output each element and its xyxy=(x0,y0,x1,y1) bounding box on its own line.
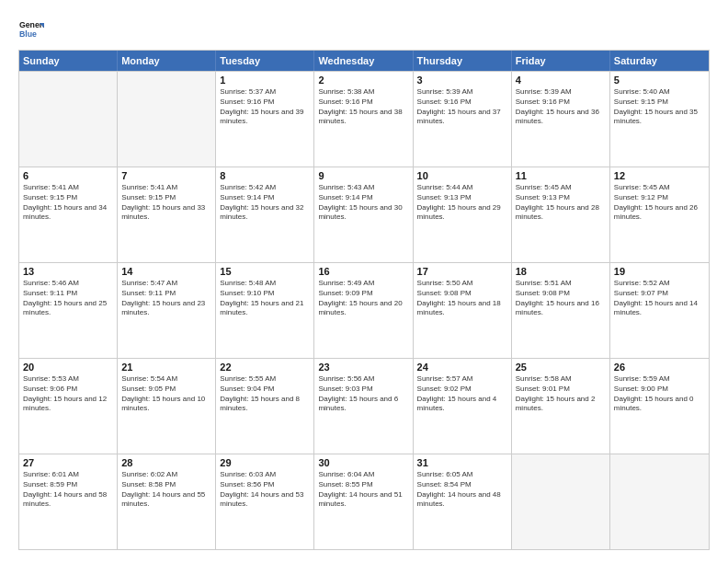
calendar-row-4: 20Sunrise: 5:53 AM Sunset: 9:06 PM Dayli… xyxy=(19,358,709,454)
day-cell-1: 1Sunrise: 5:37 AM Sunset: 9:16 PM Daylig… xyxy=(216,72,314,167)
day-number: 16 xyxy=(318,266,408,277)
day-info: Sunrise: 5:52 AM Sunset: 9:07 PM Dayligh… xyxy=(614,279,705,318)
day-info: Sunrise: 5:44 AM Sunset: 9:13 PM Dayligh… xyxy=(417,183,507,223)
day-info: Sunrise: 5:58 AM Sunset: 9:01 PM Dayligh… xyxy=(516,374,606,414)
day-number: 22 xyxy=(220,362,310,373)
day-cell-30: 30Sunrise: 6:04 AM Sunset: 8:55 PM Dayli… xyxy=(314,454,413,549)
day-number: 18 xyxy=(516,266,606,277)
day-number: 8 xyxy=(220,170,310,181)
day-cell-31: 31Sunrise: 6:05 AM Sunset: 8:54 PM Dayli… xyxy=(414,454,512,549)
day-info: Sunrise: 6:04 AM Sunset: 8:55 PM Dayligh… xyxy=(318,470,408,510)
day-cell-21: 21Sunrise: 5:54 AM Sunset: 9:05 PM Dayli… xyxy=(118,359,216,454)
day-header-sunday: Sunday xyxy=(19,51,118,71)
day-header-saturday: Saturday xyxy=(610,51,709,71)
calendar-body: 1Sunrise: 5:37 AM Sunset: 9:16 PM Daylig… xyxy=(19,71,709,549)
day-header-friday: Friday xyxy=(512,51,610,71)
day-cell-11: 11Sunrise: 5:45 AM Sunset: 9:13 PM Dayli… xyxy=(512,167,610,262)
day-cell-26: 26Sunrise: 5:59 AM Sunset: 9:00 PM Dayli… xyxy=(610,359,709,454)
day-cell-24: 24Sunrise: 5:57 AM Sunset: 9:02 PM Dayli… xyxy=(414,359,512,454)
day-info: Sunrise: 6:02 AM Sunset: 8:58 PM Dayligh… xyxy=(121,470,211,510)
day-cell-6: 6Sunrise: 5:41 AM Sunset: 9:15 PM Daylig… xyxy=(19,167,118,262)
day-number: 14 xyxy=(121,266,211,277)
day-header-wednesday: Wednesday xyxy=(314,51,413,71)
day-info: Sunrise: 5:55 AM Sunset: 9:04 PM Dayligh… xyxy=(220,374,310,414)
day-info: Sunrise: 5:46 AM Sunset: 9:11 PM Dayligh… xyxy=(23,279,113,318)
day-number: 12 xyxy=(614,170,705,181)
day-number: 17 xyxy=(417,266,507,277)
day-cell-29: 29Sunrise: 6:03 AM Sunset: 8:56 PM Dayli… xyxy=(216,454,314,549)
day-cell-2: 2Sunrise: 5:38 AM Sunset: 9:16 PM Daylig… xyxy=(314,72,413,167)
calendar-row-2: 6Sunrise: 5:41 AM Sunset: 9:15 PM Daylig… xyxy=(19,167,709,262)
day-number: 1 xyxy=(220,75,310,86)
day-number: 6 xyxy=(23,170,113,181)
day-cell-10: 10Sunrise: 5:44 AM Sunset: 9:13 PM Dayli… xyxy=(414,167,512,262)
day-info: Sunrise: 5:56 AM Sunset: 9:03 PM Dayligh… xyxy=(318,374,408,414)
day-number: 5 xyxy=(614,75,705,86)
day-number: 24 xyxy=(417,362,507,373)
day-number: 25 xyxy=(516,362,606,373)
day-info: Sunrise: 5:39 AM Sunset: 9:16 PM Dayligh… xyxy=(516,87,606,127)
day-info: Sunrise: 6:05 AM Sunset: 8:54 PM Dayligh… xyxy=(417,470,507,510)
day-cell-7: 7Sunrise: 5:41 AM Sunset: 9:15 PM Daylig… xyxy=(118,167,216,262)
page-header: General Blue xyxy=(18,17,710,42)
day-number: 31 xyxy=(417,457,507,468)
day-info: Sunrise: 5:59 AM Sunset: 9:00 PM Dayligh… xyxy=(614,374,705,414)
day-info: Sunrise: 6:03 AM Sunset: 8:56 PM Dayligh… xyxy=(220,470,310,510)
calendar-row-3: 13Sunrise: 5:46 AM Sunset: 9:11 PM Dayli… xyxy=(19,262,709,358)
day-cell-27: 27Sunrise: 6:01 AM Sunset: 8:59 PM Dayli… xyxy=(19,454,118,549)
day-number: 13 xyxy=(23,266,113,277)
day-info: Sunrise: 5:38 AM Sunset: 9:16 PM Dayligh… xyxy=(318,87,408,127)
empty-cell xyxy=(19,72,118,167)
day-cell-19: 19Sunrise: 5:52 AM Sunset: 9:07 PM Dayli… xyxy=(610,263,709,358)
day-number: 28 xyxy=(121,457,211,468)
day-number: 7 xyxy=(121,170,211,181)
day-number: 29 xyxy=(220,457,310,468)
day-number: 10 xyxy=(417,170,507,181)
day-info: Sunrise: 5:42 AM Sunset: 9:14 PM Dayligh… xyxy=(220,183,310,223)
day-number: 19 xyxy=(614,266,705,277)
day-cell-18: 18Sunrise: 5:51 AM Sunset: 9:08 PM Dayli… xyxy=(512,263,610,358)
calendar-row-1: 1Sunrise: 5:37 AM Sunset: 9:16 PM Daylig… xyxy=(19,71,709,167)
calendar: SundayMondayTuesdayWednesdayThursdayFrid… xyxy=(18,50,710,550)
day-info: Sunrise: 6:01 AM Sunset: 8:59 PM Dayligh… xyxy=(23,470,113,510)
day-cell-25: 25Sunrise: 5:58 AM Sunset: 9:01 PM Dayli… xyxy=(512,359,610,454)
day-cell-16: 16Sunrise: 5:49 AM Sunset: 9:09 PM Dayli… xyxy=(314,263,413,358)
day-info: Sunrise: 5:57 AM Sunset: 9:02 PM Dayligh… xyxy=(417,374,507,414)
day-number: 2 xyxy=(318,75,408,86)
day-cell-20: 20Sunrise: 5:53 AM Sunset: 9:06 PM Dayli… xyxy=(19,359,118,454)
day-number: 21 xyxy=(121,362,211,373)
day-number: 3 xyxy=(417,75,507,86)
day-info: Sunrise: 5:51 AM Sunset: 9:08 PM Dayligh… xyxy=(516,279,606,318)
calendar-header: SundayMondayTuesdayWednesdayThursdayFrid… xyxy=(19,51,709,71)
day-info: Sunrise: 5:43 AM Sunset: 9:14 PM Dayligh… xyxy=(318,183,408,223)
day-number: 9 xyxy=(318,170,408,181)
day-number: 4 xyxy=(516,75,606,86)
day-info: Sunrise: 5:53 AM Sunset: 9:06 PM Dayligh… xyxy=(23,374,113,414)
day-cell-9: 9Sunrise: 5:43 AM Sunset: 9:14 PM Daylig… xyxy=(314,167,413,262)
day-cell-3: 3Sunrise: 5:39 AM Sunset: 9:16 PM Daylig… xyxy=(414,72,512,167)
day-info: Sunrise: 5:45 AM Sunset: 9:13 PM Dayligh… xyxy=(516,183,606,223)
empty-cell xyxy=(610,454,709,549)
svg-text:General: General xyxy=(19,20,44,29)
day-info: Sunrise: 5:40 AM Sunset: 9:15 PM Dayligh… xyxy=(614,87,705,127)
day-info: Sunrise: 5:49 AM Sunset: 9:09 PM Dayligh… xyxy=(318,279,408,318)
day-info: Sunrise: 5:39 AM Sunset: 9:16 PM Dayligh… xyxy=(417,87,507,127)
day-info: Sunrise: 5:48 AM Sunset: 9:10 PM Dayligh… xyxy=(220,279,310,318)
svg-text:Blue: Blue xyxy=(19,29,37,39)
logo: General Blue xyxy=(18,17,44,42)
day-info: Sunrise: 5:41 AM Sunset: 9:15 PM Dayligh… xyxy=(23,183,113,223)
day-cell-5: 5Sunrise: 5:40 AM Sunset: 9:15 PM Daylig… xyxy=(610,72,709,167)
day-cell-23: 23Sunrise: 5:56 AM Sunset: 9:03 PM Dayli… xyxy=(314,359,413,454)
day-cell-12: 12Sunrise: 5:45 AM Sunset: 9:12 PM Dayli… xyxy=(610,167,709,262)
day-cell-15: 15Sunrise: 5:48 AM Sunset: 9:10 PM Dayli… xyxy=(216,263,314,358)
day-number: 11 xyxy=(516,170,606,181)
day-cell-14: 14Sunrise: 5:47 AM Sunset: 9:11 PM Dayli… xyxy=(118,263,216,358)
calendar-row-5: 27Sunrise: 6:01 AM Sunset: 8:59 PM Dayli… xyxy=(19,454,709,549)
day-cell-22: 22Sunrise: 5:55 AM Sunset: 9:04 PM Dayli… xyxy=(216,359,314,454)
day-info: Sunrise: 5:47 AM Sunset: 9:11 PM Dayligh… xyxy=(121,279,211,318)
day-info: Sunrise: 5:41 AM Sunset: 9:15 PM Dayligh… xyxy=(121,183,211,223)
day-info: Sunrise: 5:45 AM Sunset: 9:12 PM Dayligh… xyxy=(614,183,705,223)
day-cell-4: 4Sunrise: 5:39 AM Sunset: 9:16 PM Daylig… xyxy=(512,72,610,167)
day-cell-8: 8Sunrise: 5:42 AM Sunset: 9:14 PM Daylig… xyxy=(216,167,314,262)
logo-icon: General Blue xyxy=(18,17,44,42)
